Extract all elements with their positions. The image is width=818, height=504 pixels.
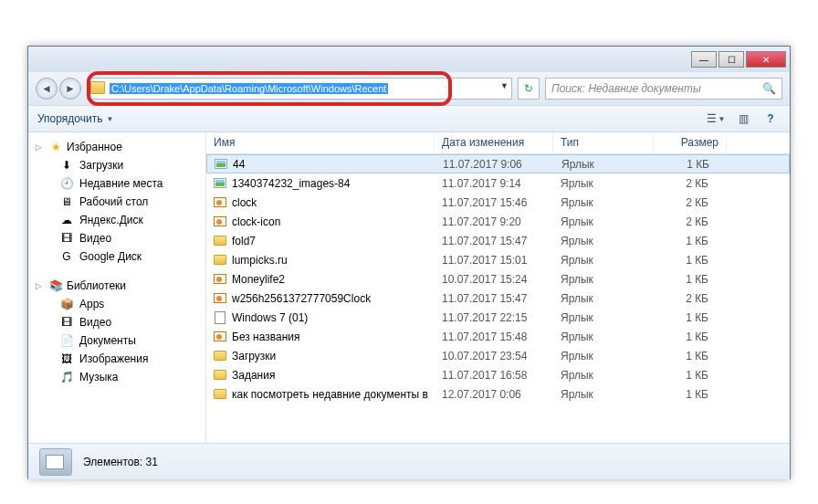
close-button[interactable]: ✕ [746,51,786,68]
star-icon: ★ [48,140,63,154]
help-button[interactable]: ? [760,109,781,129]
file-row[interactable]: clock-icon11.07.2017 9:20Ярлык2 КБ [206,212,790,231]
file-type: Ярлык [553,331,654,343]
file-size: 2 КБ [654,215,716,228]
file-row[interactable]: 4411.07.2017 9:06Ярлык1 КБ [206,154,790,173]
file-icon [213,159,229,169]
file-name: lumpicks.ru [232,254,435,267]
file-size: 1 КБ [654,388,716,401]
file-type: Ярлык [553,369,654,382]
file-date: 11.07.2017 16:58 [435,369,553,382]
file-size: 1 КБ [654,331,716,343]
file-icon [212,311,228,324]
file-icon [212,370,228,380]
item-icon: 🎞 [59,315,74,330]
forward-button[interactable]: ► [59,78,81,100]
file-list[interactable]: 4411.07.2017 9:06Ярлык1 КБ1340374232_ima… [206,154,790,443]
address-dropdown-icon[interactable]: ▼ [500,81,509,90]
file-type: Ярлык [554,158,655,171]
address-path[interactable]: C:\Users\Drake\AppData\Roaming\Microsoft… [110,83,388,94]
file-size: 1 КБ [654,350,716,362]
sidebar-item[interactable]: 📄Документы [28,331,205,350]
favorites-header[interactable]: ▷ ★ Избранное [28,138,205,156]
file-icon [212,351,228,361]
sidebar-item[interactable]: 🕘Недавние места [28,174,205,193]
file-row[interactable]: как посмотреть недавние документы в12.07… [206,384,790,404]
file-name: fold7 [232,235,435,247]
file-icon [212,178,228,188]
minimize-button[interactable]: — [691,51,717,68]
item-label: Google Диск [79,250,142,263]
libraries-header[interactable]: ▷ 📚 Библиотеки [28,277,205,295]
file-date: 11.07.2017 15:01 [435,254,553,267]
sidebar-item[interactable]: 🎵Музыка [28,368,205,386]
file-date: 11.07.2017 22:15 [435,311,553,324]
file-size: 1 КБ [654,235,716,247]
search-input[interactable]: Поиск: Недавние документы 🔍 [545,78,782,100]
file-type: Ярлык [553,350,654,362]
view-icon: ☰ [707,112,717,125]
file-size: 1 КБ [655,158,717,171]
file-date: 10.07.2017 15:24 [435,273,553,286]
file-date: 12.07.2017 0:06 [435,388,553,401]
file-row[interactable]: Windows 7 (01)11.07.2017 22:15Ярлык1 КБ [206,308,790,327]
file-icon [212,274,228,284]
item-label: Музыка [79,371,118,383]
file-type: Ярлык [553,177,654,190]
file-type: Ярлык [553,235,654,247]
sidebar-item[interactable]: 🖼Изображения [28,350,205,368]
file-row[interactable]: Загрузки10.07.2017 23:54Ярлык1 КБ [206,346,790,365]
caret-icon: ▷ [36,281,45,290]
sidebar-item[interactable]: 🖥Рабочий стол [28,193,205,211]
file-row[interactable]: fold711.07.2017 15:47Ярлык1 КБ [206,231,790,250]
search-placeholder: Поиск: Недавние документы [551,82,701,95]
file-row[interactable]: w256h2561372777059Clock11.07.2017 15:47Я… [206,289,790,308]
sidebar-item[interactable]: ☁Яндекс.Диск [28,211,205,229]
file-name: w256h2561372777059Clock [232,292,435,305]
search-icon[interactable]: 🔍 [762,82,776,95]
view-mode-button[interactable]: ☰▼ [706,109,726,129]
item-label: Яндекс.Диск [79,214,143,226]
sidebar-item[interactable]: GGoogle Диск [28,247,205,266]
file-row[interactable]: 1340374232_images-8411.07.2017 9:14Ярлык… [206,173,790,193]
folder-icon [90,81,105,94]
item-icon: 🕘 [59,176,74,191]
organize-button[interactable]: Упорядочить ▼ [37,112,113,125]
file-size: 1 КБ [654,273,716,286]
favorites-label: Избранное [67,141,122,153]
address-bar-wrap: C:\Users\Drake\AppData\Roaming\Microsoft… [87,78,512,100]
sidebar: ▷ ★ Избранное ⬇Загрузки🕘Недавние места🖥Р… [28,132,206,443]
file-date: 10.07.2017 23:54 [435,350,553,362]
file-name: Windows 7 (01) [232,311,435,324]
file-row[interactable]: lumpicks.ru11.07.2017 15:01Ярлык1 КБ [206,250,790,269]
file-name: clock-icon [232,215,435,228]
maximize-button[interactable]: ☐ [718,51,744,68]
file-row[interactable]: Без названия11.07.2017 15:48Ярлык1 КБ [206,327,790,346]
item-icon: ⬇ [59,158,74,173]
libraries-group: ▷ 📚 Библиотеки 📦Apps🎞Видео📄Документы🖼Изо… [28,277,205,386]
column-type[interactable]: Тип [553,132,654,153]
file-row[interactable]: Moneylife210.07.2017 15:24Ярлык1 КБ [206,269,790,289]
sidebar-item[interactable]: ⬇Загрузки [28,156,205,174]
column-date[interactable]: Дата изменения [435,132,553,153]
item-label: Видео [79,316,111,329]
file-row[interactable]: clock11.07.2017 15:46Ярлык2 КБ [206,193,790,212]
file-date: 11.07.2017 9:06 [435,158,554,171]
preview-pane-button[interactable]: ▥ [733,109,753,129]
file-name: 44 [233,158,435,171]
back-button[interactable]: ◄ [36,78,58,100]
file-row[interactable]: Задания11.07.2017 16:58Ярлык1 КБ [206,365,790,384]
status-bar: Элементов: 31 [28,443,790,479]
item-icon: 🎵 [59,370,74,384]
item-icon: G [59,249,74,264]
file-size: 2 КБ [654,292,716,305]
sidebar-item[interactable]: 🎞Видео [28,313,205,331]
column-size[interactable]: Размер [654,132,727,153]
sidebar-item[interactable]: 🎞Видео [28,229,205,247]
file-date: 11.07.2017 9:20 [435,215,553,228]
sidebar-item[interactable]: 📦Apps [28,295,205,313]
address-bar[interactable]: C:\Users\Drake\AppData\Roaming\Microsoft… [87,78,512,100]
chevron-down-icon: ▼ [718,115,726,123]
refresh-button[interactable]: ↻ [518,78,540,100]
column-name[interactable]: Имя [206,132,435,153]
